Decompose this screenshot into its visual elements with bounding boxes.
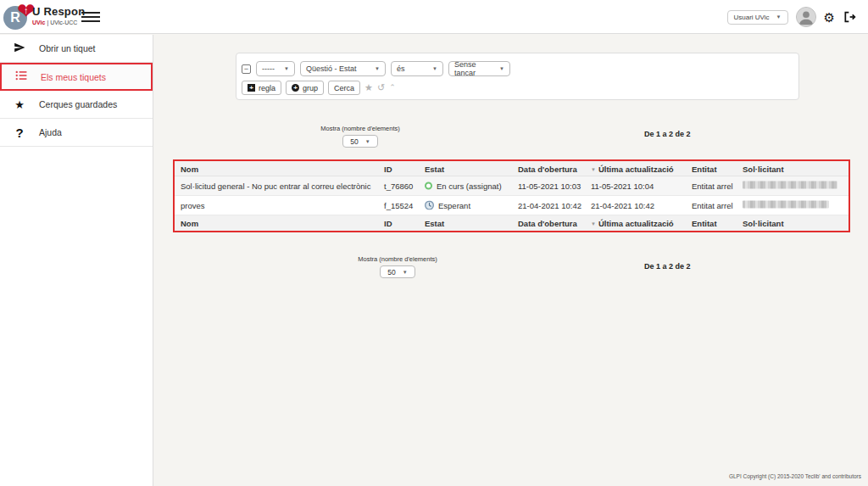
ticket-entity: Entitat arrel bbox=[692, 201, 733, 210]
tickets-table: Nom ID Estat Data d'obertura ▼Última act… bbox=[173, 159, 850, 232]
field-dropdown[interactable]: -----▼ bbox=[256, 61, 295, 76]
redacted-text bbox=[743, 182, 837, 189]
sidebar-item-label: Obrir un tiquet bbox=[39, 43, 96, 53]
column-footer-nom[interactable]: Nom bbox=[181, 219, 198, 228]
criteria-dropdown[interactable]: Qüestió - Estat▼ bbox=[300, 61, 386, 76]
ticket-entity: Entitat arrel bbox=[692, 182, 733, 191]
main-content: − -----▼ Qüestió - Estat▼ és▼ Sense tanc… bbox=[154, 35, 868, 486]
column-header-entitat[interactable]: Entitat bbox=[692, 164, 717, 173]
avatar[interactable] bbox=[796, 7, 816, 27]
chevron-down-icon: ▼ bbox=[432, 66, 437, 71]
sidebar-item-obrir-un-tiquet[interactable]: Obrir un tiquet bbox=[0, 35, 153, 63]
column-footer-label: Última actualització bbox=[598, 219, 674, 228]
top-header: R ❤ ↑ U Respon UVic | UVic-UCC Usuari UV… bbox=[0, 0, 868, 34]
star-icon: ★ bbox=[0, 98, 39, 111]
operator-dropdown[interactable]: és▼ bbox=[391, 61, 443, 76]
hamburger-menu-icon[interactable] bbox=[81, 12, 100, 23]
ticket-status: En curs (assignat) bbox=[425, 182, 502, 191]
logo-arrow-icon: ↑ bbox=[24, 5, 29, 15]
status-waiting-icon bbox=[425, 201, 434, 210]
column-header-data-obertura[interactable]: Data d'obertura bbox=[518, 164, 577, 173]
profile-select[interactable]: Usuari UVic ▼ bbox=[727, 10, 788, 25]
table-row[interactable]: Sol·licitud general - No puc entrar al c… bbox=[175, 176, 849, 196]
column-header-sollicitant[interactable]: Sol·licitant bbox=[743, 164, 784, 173]
operator-dropdown-value: és bbox=[397, 64, 405, 73]
sort-desc-icon: ▼ bbox=[591, 166, 596, 171]
redacted-text bbox=[743, 201, 829, 209]
sidebar: Obrir un tiquet Els meus tiquets ★ Cerqu… bbox=[0, 35, 153, 486]
search-filter-panel: − -----▼ Qüestió - Estat▼ és▼ Sense tanc… bbox=[236, 53, 799, 100]
chevron-down-icon: ▼ bbox=[403, 270, 408, 275]
column-header-estat[interactable]: Estat bbox=[425, 164, 444, 173]
ticket-open-date: 11-05-2021 10:03 bbox=[518, 182, 581, 191]
criteria-dropdown-value: Qüestió - Estat bbox=[306, 64, 357, 73]
table-header-row: Nom ID Estat Data d'obertura ▼Última act… bbox=[175, 161, 849, 176]
add-group-label: grup bbox=[303, 84, 318, 92]
sidebar-item-label: Ajuda bbox=[39, 127, 62, 137]
sidebar-item-cerques-guardades[interactable]: ★ Cerques guardades bbox=[0, 91, 153, 119]
column-footer-estat[interactable]: Estat bbox=[425, 219, 444, 228]
status-label: En curs (assignat) bbox=[437, 182, 502, 191]
add-rule-button[interactable]: + regla bbox=[242, 81, 281, 95]
page-size-select[interactable]: 50▼ bbox=[380, 265, 415, 278]
ticket-status: Esperant bbox=[425, 201, 470, 210]
column-header-id[interactable]: ID bbox=[384, 164, 392, 173]
value-dropdown[interactable]: Sense tancar▼ bbox=[448, 61, 510, 76]
sidebar-item-label: Cerques guardades bbox=[39, 99, 117, 109]
ticket-id: t_76860 bbox=[384, 182, 413, 191]
page-size-label: Mostra (nombre d'elements) bbox=[305, 125, 415, 132]
glpi-copyright: GLPI Copyright (C) 2015-2020 Teclib' and… bbox=[729, 473, 861, 479]
page-size-select[interactable]: 50▼ bbox=[342, 135, 378, 148]
top-pager: Mostra (nombre d'elements) 50▼ bbox=[305, 125, 415, 148]
ticket-last-update: 21-04-2021 10:42 bbox=[591, 201, 654, 210]
table-row[interactable]: proves f_15524 Esperant 21-04-2021 10:42… bbox=[175, 196, 849, 215]
bottom-pager: Mostra (nombre d'elements) 50▼ bbox=[342, 255, 453, 278]
ticket-id: f_15524 bbox=[384, 201, 413, 210]
ticket-name[interactable]: Sol·licitud general - No puc entrar al c… bbox=[181, 182, 370, 191]
chevron-down-icon: ▼ bbox=[365, 139, 370, 144]
column-footer-entitat[interactable]: Entitat bbox=[692, 219, 717, 228]
status-label: Esperant bbox=[438, 201, 470, 210]
page-size-value: 50 bbox=[350, 137, 358, 146]
sidebar-item-label: Els meus tiquets bbox=[41, 72, 106, 82]
profile-select-value: Usuari UVic bbox=[734, 14, 770, 21]
gear-icon[interactable]: ⚙ bbox=[824, 11, 835, 24]
column-footer-sollicitant[interactable]: Sol·licitant bbox=[743, 219, 784, 228]
column-header-nom[interactable]: Nom bbox=[181, 164, 198, 173]
column-header-ultima-actualitzacio[interactable]: ▼Última actualització bbox=[591, 164, 674, 173]
plus-square-icon: + bbox=[248, 84, 255, 92]
column-footer-id[interactable]: ID bbox=[384, 219, 392, 228]
add-rule-label: regla bbox=[259, 84, 275, 92]
chevron-down-icon: ▼ bbox=[375, 66, 380, 71]
app-subtitle-rest: | UVic-UCC bbox=[47, 20, 77, 25]
logout-icon[interactable] bbox=[843, 10, 856, 24]
question-icon: ? bbox=[0, 126, 39, 140]
field-dropdown-value: ----- bbox=[262, 64, 275, 73]
sidebar-item-ajuda[interactable]: ? Ajuda bbox=[0, 119, 153, 147]
search-button-label: Cerca bbox=[334, 84, 354, 92]
value-dropdown-value: Sense tancar bbox=[454, 60, 492, 77]
ticket-name[interactable]: proves bbox=[181, 201, 205, 210]
result-range-text: De 1 a 2 de 2 bbox=[644, 130, 691, 138]
save-search-star-icon[interactable]: ★ bbox=[364, 83, 373, 92]
plus-circle-icon: + bbox=[292, 84, 299, 92]
column-footer-data-obertura[interactable]: Data d'obertura bbox=[518, 219, 577, 228]
collapse-criteria-icon[interactable]: − bbox=[242, 64, 251, 74]
table-footer-row: Nom ID Estat Data d'obertura ▼Última act… bbox=[175, 215, 849, 231]
reset-search-icon[interactable]: ↺ bbox=[377, 83, 385, 92]
page-size-value: 50 bbox=[387, 268, 395, 277]
list-icon bbox=[2, 70, 41, 84]
chevron-down-icon: ▼ bbox=[499, 66, 504, 71]
chevron-down-icon: ▼ bbox=[284, 66, 289, 71]
ticket-requester-redacted bbox=[743, 182, 837, 191]
sidebar-item-els-meus-tiquets[interactable]: Els meus tiquets bbox=[0, 63, 153, 91]
fold-search-icon[interactable]: ⌃ bbox=[389, 84, 396, 92]
column-footer-ultima-actualitzacio[interactable]: ▼Última actualització bbox=[591, 219, 674, 228]
status-assigned-icon bbox=[425, 182, 432, 190]
search-button[interactable]: Cerca bbox=[328, 81, 360, 95]
column-header-label: Última actualització bbox=[598, 164, 674, 173]
result-range-text: De 1 a 2 de 2 bbox=[644, 262, 691, 271]
add-group-button[interactable]: + grup bbox=[286, 81, 324, 95]
chevron-down-icon: ▼ bbox=[776, 14, 782, 20]
paper-plane-icon bbox=[0, 42, 39, 56]
